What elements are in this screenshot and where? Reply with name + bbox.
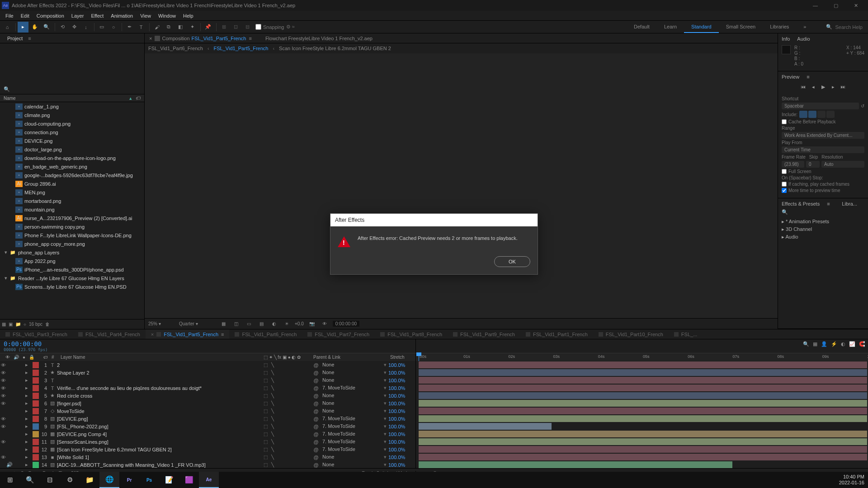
brush-tool[interactable]: 🖌 xyxy=(151,22,162,33)
guides-icon[interactable]: ▤ xyxy=(257,319,266,328)
pickwhip-icon[interactable]: @ xyxy=(311,362,321,368)
project-search-icon[interactable]: 🔍 xyxy=(4,86,10,92)
layer-bar[interactable] xyxy=(419,377,867,384)
include-overlays[interactable] xyxy=(817,111,826,118)
next-frame-icon[interactable]: ▸ xyxy=(830,83,837,90)
project-item[interactable]: PsScreens...tyle Libre 67 Glucose Hlmg E… xyxy=(0,282,144,291)
layer-bar[interactable] xyxy=(419,438,867,445)
clone-tool[interactable]: ⧉ xyxy=(163,22,174,33)
pen-tool[interactable]: ✒ xyxy=(124,22,135,33)
stretch-value[interactable]: 100.0% xyxy=(388,393,415,399)
stretch-value[interactable]: 100.0% xyxy=(388,401,415,406)
menu-layer[interactable]: Layer xyxy=(68,12,88,19)
layer-color[interactable] xyxy=(33,385,39,391)
layer-bar[interactable] xyxy=(419,446,867,453)
range-dropdown[interactable]: Work Area Extended By Current... xyxy=(782,132,864,139)
menu-edit[interactable]: Edit xyxy=(17,12,33,19)
moretime-checkbox[interactable] xyxy=(782,188,787,193)
stretch-value[interactable]: 100.0% xyxy=(388,424,415,429)
layer-bar[interactable] xyxy=(419,400,867,407)
visibility-toggle[interactable]: 👁 xyxy=(0,385,6,391)
visibility-toggle[interactable]: 👁 xyxy=(0,370,6,375)
ok-button[interactable]: OK xyxy=(494,256,530,267)
panel-menu-icon[interactable]: ≡ xyxy=(807,74,809,80)
project-item[interactable]: AiGroup 2896.ai xyxy=(0,179,144,188)
parent-dropdown[interactable]: 7. MoveToSide ▾ xyxy=(321,385,388,391)
resolution-dropdown[interactable]: Auto xyxy=(821,161,864,168)
visibility-toggle[interactable]: 👁 xyxy=(0,378,6,383)
reset-icon[interactable]: ↺ xyxy=(861,103,864,108)
include-video[interactable] xyxy=(799,111,807,118)
project-item[interactable]: ▫download-on-the-app-store-icon-logo.png xyxy=(0,154,144,162)
stretch-value[interactable]: 100.0% xyxy=(388,370,415,375)
orbit-tool[interactable]: ⟲ xyxy=(57,22,68,33)
tl-graph-icon[interactable]: 📈 xyxy=(849,341,855,347)
crumb-1[interactable]: FSL_Vid1_Part5_French xyxy=(214,46,269,51)
visibility-toggle[interactable]: 👁 xyxy=(0,424,6,429)
menu-file[interactable]: File xyxy=(2,12,17,19)
parent-dropdown[interactable]: None ▾ xyxy=(321,408,388,414)
flowchart-tab[interactable]: Flowchart FreestyleLibre Video 1 French_… xyxy=(265,36,373,41)
stretch-col[interactable]: Stretch xyxy=(388,355,415,360)
axis-tool3[interactable]: ⊟ xyxy=(242,22,253,33)
pickwhip-icon[interactable]: @ xyxy=(311,462,321,468)
exposure-value[interactable]: +0.0 xyxy=(295,321,304,326)
maximize-button[interactable]: ▢ xyxy=(826,0,846,11)
project-item[interactable]: ▫climate.png xyxy=(0,111,144,119)
trash-icon[interactable]: 🗑 xyxy=(45,322,50,327)
close-comp-tab[interactable]: × xyxy=(146,36,155,41)
parent-dropdown[interactable]: None ▾ xyxy=(321,377,388,383)
comp-tab-menu[interactable]: ≡ xyxy=(249,36,251,41)
timeline-layer[interactable]: 👁▸6▧[finger.psd]⬚ ╲@None ▾100.0% xyxy=(0,399,868,407)
stretch-value[interactable]: 100.0% xyxy=(388,439,415,445)
layer-color[interactable] xyxy=(33,370,39,376)
tl-search-icon[interactable]: 🔍 xyxy=(803,341,809,347)
label-col-icon[interactable]: 🏷 xyxy=(42,355,50,360)
project-item[interactable]: ▫person-swimming copy.png xyxy=(0,222,144,231)
solo-col-icon[interactable]: ● xyxy=(21,355,27,360)
comp-tab-name[interactable]: FSL_Vid1_Part5_French xyxy=(192,36,246,41)
layer-color[interactable] xyxy=(33,416,39,422)
layer-bar[interactable] xyxy=(419,408,867,414)
pickwhip-icon[interactable]: @ xyxy=(311,432,321,437)
skip-field[interactable]: 0 xyxy=(806,161,820,168)
menu-help[interactable]: Help xyxy=(179,12,197,19)
stretch-value[interactable]: 100.0% xyxy=(388,362,415,368)
layer-color[interactable] xyxy=(33,408,39,414)
framerate-field[interactable]: (23.98) xyxy=(782,161,804,168)
timeline-tab[interactable]: FSL_... xyxy=(669,329,703,339)
visibility-toggle[interactable]: 👁 xyxy=(0,416,6,422)
tl-fx-icon[interactable]: ⚡ xyxy=(831,341,837,347)
pickwhip-icon[interactable]: @ xyxy=(311,408,321,414)
ellipse-tool[interactable]: ○ xyxy=(108,22,119,33)
effects-presets-tab[interactable]: Effects & Presets xyxy=(782,201,820,206)
timeline-layer[interactable]: 👁▸4TVérifie... d'une seconde au lieu de … xyxy=(0,384,868,392)
project-item[interactable]: ▫mortarboard.png xyxy=(0,197,144,205)
timeline-layer[interactable]: 👁▸1T 2⬚ ╲@None ▾100.0% xyxy=(0,361,868,369)
reset-exposure-icon[interactable]: ☀ xyxy=(282,319,291,328)
audio-col-icon[interactable]: 🔊 xyxy=(12,355,21,360)
explorer-icon[interactable]: 📁 xyxy=(80,472,99,488)
workspace-smallscreen[interactable]: Small Screen xyxy=(719,21,763,33)
sticky-notes-icon[interactable]: 📝 xyxy=(159,472,179,488)
layer-bar[interactable] xyxy=(419,392,867,399)
pickwhip-icon[interactable]: @ xyxy=(311,393,321,399)
parent-dropdown[interactable]: None ▾ xyxy=(321,393,388,399)
parent-dropdown[interactable]: 7. MoveToSide ▾ xyxy=(321,446,388,452)
pan-behind-tool[interactable]: ✥ xyxy=(69,22,80,33)
workspace-learn[interactable]: Learn xyxy=(657,21,684,33)
app-icon[interactable]: 🟪 xyxy=(179,472,199,488)
timeline-layer[interactable]: 👁▸2★Shape Layer 2⬚ ╲@None ▾100.0% xyxy=(0,369,868,376)
lock-col-icon[interactable]: 🔒 xyxy=(27,355,36,360)
layer-color[interactable] xyxy=(33,439,39,445)
region-icon[interactable]: ▭ xyxy=(244,319,253,328)
stretch-value[interactable]: 100.0% xyxy=(388,432,415,437)
new-comp-icon[interactable]: ▣ xyxy=(9,322,13,327)
project-item[interactable]: PsiPhone_...an-results_300DPI/phone_app.… xyxy=(0,265,144,274)
timeline-tab[interactable]: FSL_Vid1_Part9_French xyxy=(448,329,520,339)
aftereffects-icon[interactable]: Ae xyxy=(199,472,219,488)
snapshot-icon[interactable]: 📷 xyxy=(307,319,316,328)
pickwhip-icon[interactable]: @ xyxy=(311,370,321,375)
home-tool[interactable]: ⌂ xyxy=(2,22,13,33)
layer-bar[interactable] xyxy=(419,454,867,460)
